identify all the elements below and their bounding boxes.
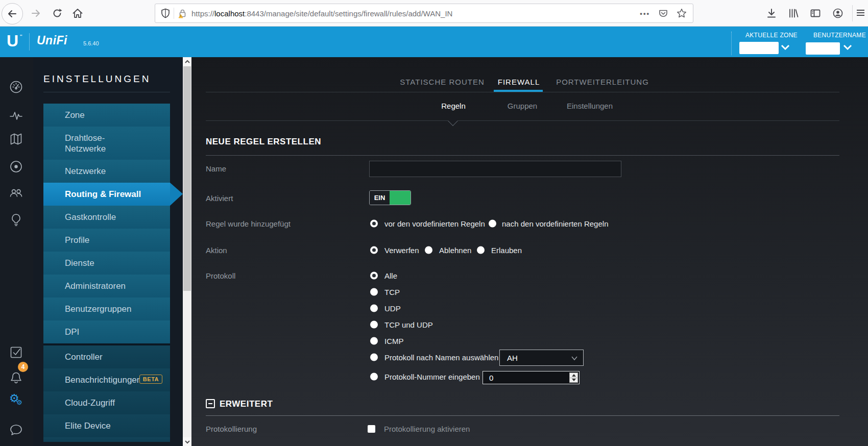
radio-verwerfen-label[interactable]: Verwerfen [384,246,419,255]
protocol-number-input[interactable]: 0 [483,371,580,384]
back-icon [7,8,18,19]
radio-verwerfen[interactable] [370,246,378,254]
alerts-badge: 4 [18,362,28,372]
radio-alle[interactable] [370,272,378,280]
radio-tcp-und-udp-label[interactable]: TCP und UDP [384,320,433,329]
forward-button[interactable] [28,5,44,21]
downloads-button[interactable] [763,5,780,21]
radio-protokoll-nummer[interactable] [370,373,378,381]
radio-ablehnen-label[interactable]: Ablehnen [439,246,471,255]
lock-warning-icon[interactable] [177,8,187,18]
collapse-section-icon[interactable] [206,399,215,408]
protocol-number-value: 0 [489,374,493,382]
statistics-icon[interactable] [9,109,23,122]
home-icon [72,8,83,19]
radio-alle-label[interactable]: Alle [384,271,397,280]
sidebar-item-benutzergruppen[interactable]: Benutzergruppen [43,298,170,320]
protocol-name-select[interactable]: AH [499,350,584,366]
name-label: Name [206,164,226,173]
radio-tcp[interactable] [370,288,378,296]
username-select[interactable] [806,42,840,55]
username-label: BENUTZERNAME [813,32,866,39]
devices-icon[interactable] [9,160,23,174]
chat-icon[interactable] [9,423,23,437]
scroll-up-button[interactable] [183,57,191,66]
insights-icon[interactable] [9,213,23,227]
sidebars-button[interactable] [807,5,824,21]
radio-erlauben-label[interactable]: Erlauben [491,246,522,255]
settings-title: EINSTELLUNGEN [43,73,151,85]
scrollbar-thumb[interactable] [183,66,191,291]
radio-udp-label[interactable]: UDP [384,304,401,313]
radio-ablehnen[interactable] [425,246,432,254]
protokollierung-label: Protokollierung [206,425,257,433]
tab-statische-routen[interactable]: STATISCHE ROUTEN [400,78,484,86]
zone-select[interactable] [739,42,779,54]
home-button[interactable] [69,5,86,21]
dashboard-icon[interactable] [9,80,23,94]
radio-icmp[interactable] [370,337,378,345]
sidebar-item-controller[interactable]: Controller [43,345,170,368]
radio-protokoll-nummer-label[interactable]: Protokoll-Nummer eingeben [384,373,480,381]
sidebar-item-gastkontrolle[interactable]: Gastkontrolle [43,206,170,229]
radio-udp[interactable] [370,305,378,312]
subtab-gruppen[interactable]: Gruppen [508,102,537,110]
radio-vor-regeln[interactable] [370,220,378,228]
main-content: STATISCHE ROUTEN FIREWALL PORTWEITERLEIT… [191,57,868,446]
sidebar-scrollbar[interactable] [183,57,191,446]
radio-tcp-label[interactable]: TCP [384,288,400,296]
sidebar-item-elite-device[interactable]: Elite Device [43,414,170,437]
bookmark-star-icon[interactable] [677,8,687,18]
spinner-up-button[interactable] [570,373,577,378]
radio-nach-regeln[interactable] [489,220,496,228]
subtab-regeln[interactable]: Regeln [441,102,466,110]
spinner-down-button[interactable] [570,378,577,383]
sidebar-item-benachrichtigungen[interactable]: BenachrichtigungenBETA [43,368,170,391]
page-actions-icon[interactable]: ••• [640,10,650,17]
tracking-shield-icon[interactable] [160,8,171,18]
ubiquiti-logo[interactable]: U'' [7,32,18,51]
erweitert-title: ERWEITERT [220,399,273,409]
sidebar-item-dienste[interactable]: Dienste [43,252,170,275]
browser-toolbar: https://localhost:8443/manage/site/defau… [0,0,868,27]
sidebar-item-dpi[interactable]: DPI [43,320,170,343]
sidebar-item-zone[interactable]: Zone [43,104,170,127]
menu-button[interactable] [857,5,868,24]
back-button[interactable] [2,3,23,24]
account-button[interactable] [830,5,846,21]
active-item-arrow [170,183,183,206]
scroll-down-button[interactable] [183,437,191,446]
sidebar-item-profile[interactable]: Profile [43,229,170,252]
sidebar-item-drahtlose-netzwerke[interactable]: Drahtlose-Netzwerke [43,127,170,160]
radio-vor-regeln-label[interactable]: vor den vordefinierten Regeln [384,219,485,228]
pocket-icon[interactable] [658,8,668,18]
radio-erlauben[interactable] [477,246,485,254]
radio-tcp-und-udp[interactable] [370,321,378,329]
map-icon[interactable] [9,132,23,146]
url-bar[interactable]: https://localhost:8443/manage/site/defau… [155,4,693,23]
logging-checkbox[interactable] [368,425,375,433]
zone-chevron-down-icon[interactable] [780,44,790,51]
events-icon[interactable] [9,345,23,359]
radio-protokoll-name[interactable] [370,354,378,361]
logging-checkbox-label[interactable]: Protokollierung aktivieren [384,425,470,433]
clients-icon[interactable] [9,186,23,200]
tab-firewall[interactable]: FIREWALL [498,78,540,86]
library-button[interactable] [785,5,802,21]
sidebar-item-cloud-zugriff[interactable]: Cloud-Zugriff [43,391,170,414]
aktiviert-toggle[interactable]: EIN [369,190,411,205]
unifi-wordmark: UniFi [37,34,67,47]
sidebar-item-netzwerke[interactable]: Netzwerke [43,160,170,183]
radio-icmp-label[interactable]: ICMP [384,337,404,345]
alerts-icon[interactable] [9,371,23,385]
subtab-einstellungen[interactable]: Einstellungen [567,102,613,110]
sidebar-item-administratoren[interactable]: Administratoren [43,275,170,298]
username-chevron-down-icon[interactable] [842,44,853,51]
sidebar-item-routing-firewall[interactable]: Routing & Firewall [43,183,170,206]
reload-button[interactable] [49,5,65,21]
settings-icon[interactable]: ⚙ ⚙ [9,393,23,407]
radio-protokoll-name-label[interactable]: Protokoll nach Namen auswählen [384,353,498,362]
tab-portweiterleitung[interactable]: PORTWEITERLEITUNG [556,78,649,86]
radio-nach-regeln-label[interactable]: nach den vordefinierten Regeln [502,219,608,228]
name-input[interactable] [369,161,621,177]
